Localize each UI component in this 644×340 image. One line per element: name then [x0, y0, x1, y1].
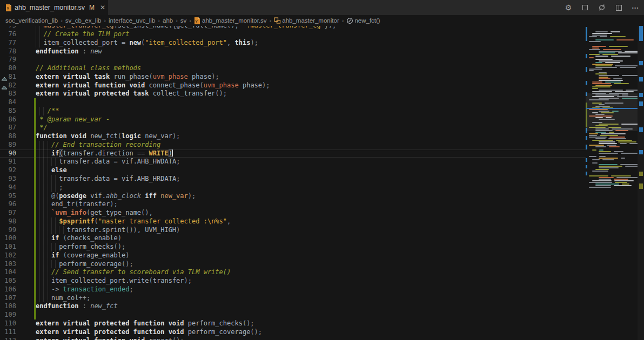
open-changes-icon[interactable] — [598, 3, 606, 12]
code-line-108[interactable]: 108endfunction : new_fct — [0, 302, 586, 311]
gutter-line-number[interactable]: 88 — [0, 132, 16, 141]
breadcrumb-item-ahb-master-monitor-sv[interactable]: ahb_master_monitor.sv — [194, 17, 267, 24]
code-line-99[interactable]: 99 transfer.sprint()), UVM_HIGH) — [0, 226, 586, 235]
more-actions-icon[interactable]: ⋯ — [631, 3, 640, 12]
breadcrumb-item-ahb[interactable]: ahb — [163, 17, 173, 24]
code-line-90[interactable]: 90 if(transfer.direction == WRITE) — [0, 149, 586, 158]
code-line-107[interactable]: 107 num_col++; — [0, 294, 586, 303]
editor[interactable]: 75 master_transfer_cg.set_inst_name({get… — [0, 26, 586, 340]
gutter-line-number[interactable]: 99 — [0, 226, 16, 235]
code-line-105[interactable]: 105 item_collected_port.write(transfer); — [0, 277, 586, 285]
gutter-line-number[interactable]: 109 — [0, 311, 16, 319]
breadcrumb-item-soc-verification-lib[interactable]: soc_verification_lib — [5, 17, 58, 24]
code-line-103[interactable]: 103 perform_coverage(); — [0, 260, 586, 269]
gutter-line-number[interactable]: 105 — [0, 277, 16, 285]
gutter-line-number[interactable]: 104 — [0, 268, 16, 277]
code-line-106[interactable]: 106 -> transaction_ended; — [0, 285, 586, 294]
gutter-line-number[interactable]: 75 — [0, 26, 16, 30]
gutter-line-number[interactable]: 87 — [0, 124, 16, 132]
gutter-line-number[interactable]: 84 — [0, 98, 16, 107]
code-line-110[interactable]: 110extern virtual protected function voi… — [0, 319, 586, 328]
gutter-line-number[interactable]: 112 — [0, 337, 16, 340]
gutter-line-number[interactable]: 92 — [0, 166, 16, 175]
code-token: iff — [141, 192, 157, 200]
gutter-line-number[interactable]: 110 — [0, 319, 16, 328]
gutter-line-number[interactable]: 85 — [0, 107, 16, 115]
gutter-line-number[interactable]: 107 — [0, 294, 16, 303]
gutter-line-number[interactable]: 79 — [0, 56, 16, 64]
gutter-line-number[interactable]: 102 — [0, 251, 16, 260]
code-line-76[interactable]: 76 // Create the TLM port — [0, 30, 586, 39]
code-line-85[interactable]: 85 /** — [0, 107, 586, 115]
code-line-79[interactable]: 79 — [0, 56, 586, 64]
gutter-line-number[interactable]: 103 — [0, 260, 16, 269]
gutter-line-number[interactable]: 89 — [0, 141, 16, 149]
code-token: phase — [188, 73, 211, 80]
tab-ahb-master-monitor[interactable]: ahb_master_monitor.sv M ✕ — [0, 0, 108, 15]
code-line-87[interactable]: 87 */ — [0, 124, 586, 132]
gutter-line-number[interactable]: 97 — [0, 209, 16, 217]
breadcrumb-item-interface-uvc-lib[interactable]: interface_uvc_lib — [109, 17, 155, 24]
code-line-112[interactable]: 112extern virtual function void report()… — [0, 337, 586, 340]
code-line-81[interactable]: 81extern virtual task run_phase(uvm_phas… — [0, 73, 586, 81]
glyph-triangle-icon[interactable] — [1, 75, 8, 79]
square-icon[interactable] — [581, 3, 589, 12]
code-line-94[interactable]: 94 ; — [0, 183, 586, 192]
gutter-line-number[interactable]: 86 — [0, 115, 16, 124]
minimap-slider[interactable] — [586, 93, 638, 131]
gutter-line-number[interactable]: 94 — [0, 183, 16, 192]
breadcrumb-item-sv[interactable]: sv — [180, 17, 187, 24]
minimap-line — [599, 149, 603, 151]
minimap[interactable] — [586, 26, 638, 340]
code-line-89[interactable]: 89 // End transaction recording — [0, 141, 586, 149]
breadcrumb-item-new-fct-[interactable]: new_fct() — [346, 17, 380, 24]
code-line-91[interactable]: 91 transfer.data = vif.AHB_HWDATA; — [0, 158, 586, 166]
gutter-line-number[interactable]: 90 — [0, 149, 16, 158]
gutter-line-number[interactable]: 91 — [0, 158, 16, 166]
breadcrumb-item-sv-cb-ex-lib[interactable]: sv_cb_ex_lib — [65, 17, 101, 24]
code-line-104[interactable]: 104 // Send transfer to scoreboard via T… — [0, 268, 586, 277]
gutter-line-number[interactable]: 96 — [0, 200, 16, 209]
gutter-line-number[interactable]: 76 — [0, 30, 16, 39]
code-line-102[interactable]: 102 if (coverage_enable) — [0, 251, 586, 260]
indent-guides — [36, 175, 59, 183]
gutter-line-number[interactable]: 83 — [0, 90, 16, 98]
code-line-109[interactable]: 109 — [0, 311, 586, 319]
settings-gear-icon[interactable]: ⚙ — [564, 3, 573, 12]
code-line-88[interactable]: 88function void new_fct(logic new_var); — [0, 132, 586, 141]
code-line-96[interactable]: 96 end_tr(transfer); — [0, 200, 586, 209]
code-line-92[interactable]: 92 else — [0, 166, 586, 175]
code-line-98[interactable]: 98 $psprintf("master transfer collected … — [0, 217, 586, 226]
code-line-93[interactable]: 93 transfer.data = vif.AHB_HRDATA; — [0, 175, 586, 183]
gutter-line-number[interactable]: 100 — [0, 234, 16, 243]
code-line-86[interactable]: 86 * @param new_var - — [0, 115, 586, 124]
code-line-83[interactable]: 83extern virtual protected task collect_… — [0, 90, 586, 98]
tab-close-icon[interactable]: ✕ — [100, 4, 105, 11]
gutter-line-number[interactable]: 98 — [0, 217, 16, 226]
gutter-line-number[interactable]: 108 — [0, 302, 16, 311]
gutter-line-number[interactable]: 78 — [0, 47, 16, 56]
code-line-80[interactable]: 80// Additional class methods — [0, 64, 586, 73]
glyph-triangle-icon[interactable] — [1, 84, 8, 88]
code-line-75[interactable]: 75 master_transfer_cg.set_inst_name({get… — [0, 26, 586, 30]
code-line-95[interactable]: 95 @(posedge vif.ahb_clock iff new_var); — [0, 192, 586, 201]
indent-guides — [36, 251, 51, 260]
gutter-line-number[interactable]: 80 — [0, 64, 16, 73]
gutter-line-number[interactable]: 95 — [0, 192, 16, 201]
breadcrumb-item-ahb-master-monitor[interactable]: ahb_master_monitor — [274, 17, 339, 24]
code-line-101[interactable]: 101 perform_checks(); — [0, 243, 586, 251]
code-line-84[interactable]: 84 — [0, 98, 586, 107]
code-line-82[interactable]: 82extern virtual function void connect_p… — [0, 81, 586, 90]
split-editor-icon[interactable] — [614, 3, 623, 12]
code-line-77[interactable]: 77 item_collected_port = new("item_colle… — [0, 39, 586, 47]
code-line-97[interactable]: 97 `uvm_info(get_type_name(), — [0, 209, 586, 217]
gutter-line-number[interactable]: 106 — [0, 285, 16, 294]
gutter-line-number[interactable]: 111 — [0, 328, 16, 337]
gutter-line-number[interactable]: 101 — [0, 243, 16, 251]
overview-ruler[interactable] — [638, 26, 644, 340]
gutter-line-number[interactable]: 93 — [0, 175, 16, 183]
code-line-78[interactable]: 78endfunction : new — [0, 47, 586, 56]
gutter-line-number[interactable]: 77 — [0, 39, 16, 47]
code-line-111[interactable]: 111extern virtual protected function voi… — [0, 328, 586, 337]
code-line-100[interactable]: 100 if (checks_enable) — [0, 234, 586, 243]
